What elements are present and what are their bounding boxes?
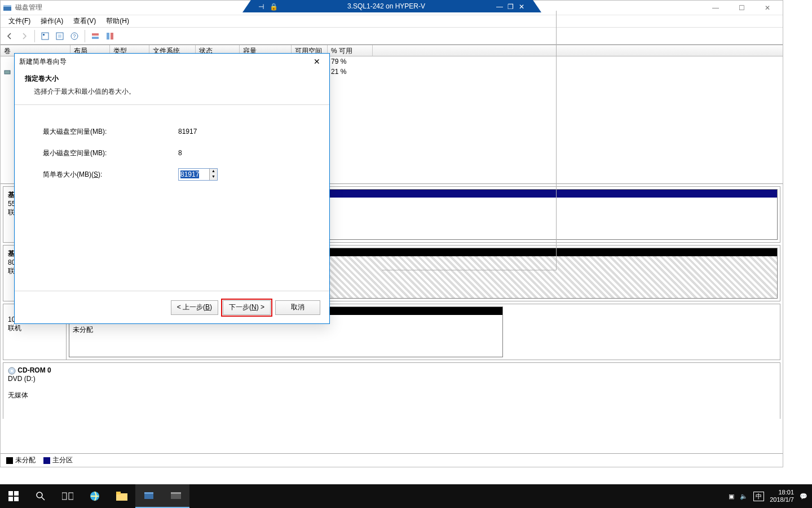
taskbar-server-manager[interactable] [135,484,162,508]
lock-icon[interactable]: 🔒 [270,3,276,10]
hyperv-connection-bar[interactable]: ⊣ 🔒 3.SQL1-242 on HYPER-V — ❐ ✕ [242,0,541,12]
svg-rect-9 [107,33,109,40]
hv-minimize-button[interactable]: — [496,3,503,10]
wizard-body: 最大磁盘空间量(MB): 81917 最小磁盘空间量(MB): 8 简单卷大小(… [15,105,329,185]
task-view-button[interactable] [54,484,81,508]
svg-rect-28 [171,492,181,494]
volume-size-input[interactable] [179,169,209,180]
max-disk-space-label: 最大磁盘空间量(MB): [43,127,178,137]
partition-status: 未分配 [73,326,93,334]
taskbar-disk-mgmt[interactable] [162,484,189,508]
col-pct[interactable]: % 可用 [328,45,373,56]
toolbar-btn-1[interactable] [38,29,52,43]
menu-file[interactable]: 文件(F) [4,15,35,27]
next-button[interactable]: 下一步(N) > [223,300,271,315]
wizard-footer: < 上一步(B) 下一步(N) > 取消 [15,291,329,323]
svg-rect-11 [5,71,10,74]
start-button[interactable] [0,484,27,508]
app-icon [3,3,12,12]
spin-down-button[interactable]: ▼ [209,174,217,180]
wizard-titlebar[interactable]: 新建简单卷向导 ✕ [15,54,329,69]
cdrom-status: 无媒体 [8,391,28,399]
cdrom-info[interactable]: CD-ROM 0 DVD (D:) 无媒体 [3,363,780,419]
svg-text:?: ? [73,33,76,39]
svg-rect-24 [116,492,121,494]
max-disk-space-value: 81917 [178,128,197,135]
svg-rect-2 [42,33,48,40]
volume-size-label: 简单卷大小(MB)(S): [43,170,178,179]
disk-status: 联机 [8,323,61,333]
svg-rect-26 [144,492,153,494]
svg-rect-17 [14,497,19,501]
legend-unallocated: 未分配 [15,456,36,464]
volume-size-spinner[interactable]: ▲ ▼ [178,168,218,181]
menu-view[interactable]: 查看(V) [69,15,100,27]
system-tray: ▣ 🔈 中 18:01 2018/1/7 💬 [729,489,812,503]
new-simple-volume-wizard: 新建简单卷向导 ✕ 指定卷大小 选择介于最大和最小值的卷大小。 最大磁盘空间量(… [14,53,330,324]
svg-rect-7 [92,33,99,36]
legend: 未分配 主分区 [1,453,783,467]
svg-rect-21 [69,493,73,500]
menu-help[interactable]: 帮助(H) [102,15,134,27]
maximize-button[interactable]: ☐ [729,1,754,15]
tray-notifications-icon[interactable]: 💬 [800,493,807,500]
toolbar-btn-4[interactable] [89,29,102,43]
search-button[interactable] [27,484,54,508]
min-disk-space-label: 最小磁盘空间量(MB): [43,148,178,158]
close-button[interactable]: ✕ [754,1,780,15]
svg-point-18 [37,492,42,498]
cell-pct: 79 % [328,57,373,66]
hyperv-title: 3.SQL1-242 on HYPER-V [276,2,496,10]
legend-swatch-unalloc [6,457,13,464]
min-disk-space-value: 8 [178,149,182,157]
tray-volume-icon[interactable]: 🔈 [740,493,748,500]
cdrom-0: CD-ROM 0 DVD (D:) 无媒体 [3,362,780,419]
refresh-button[interactable] [53,29,67,43]
tray-ime[interactable]: 中 [753,492,764,501]
tray-clock[interactable]: 18:01 2018/1/7 [770,489,794,503]
toolbar: ? [1,28,783,45]
taskbar: ▣ 🔈 中 18:01 2018/1/7 💬 [0,484,812,508]
svg-rect-1 [3,5,11,7]
help-button[interactable]: ? [68,29,81,43]
window-title: 磁盘管理 [15,3,42,12]
taskbar-explorer[interactable] [108,484,135,508]
wizard-title-text: 新建简单卷向导 [19,57,67,67]
svg-rect-3 [43,34,45,36]
svg-rect-20 [62,493,67,500]
toolbar-btn-5[interactable] [103,29,117,43]
tray-network-icon[interactable]: ▣ [729,493,734,500]
svg-rect-16 [8,497,13,501]
cancel-button[interactable]: 取消 [275,300,320,315]
legend-primary: 主分区 [52,456,73,464]
svg-line-19 [42,497,45,500]
wizard-header: 指定卷大小 选择介于最大和最小值的卷大小。 [15,69,329,104]
hv-close-button[interactable]: ✕ [519,3,526,10]
svg-point-13 [11,370,13,372]
pin-icon[interactable]: ⊣ [258,3,265,10]
menubar: 文件(F) 操作(A) 查看(V) 帮助(H) [1,15,783,28]
wizard-close-button[interactable]: ✕ [309,56,325,67]
cdrom-name: CD-ROM 0 [17,366,51,374]
forward-button[interactable] [17,29,31,43]
wizard-subheading: 选择介于最大和最小值的卷大小。 [34,87,319,97]
tray-time: 18:01 [770,489,794,496]
wizard-heading: 指定卷大小 [25,74,319,84]
svg-rect-8 [92,37,99,39]
back-button[interactable] [3,29,16,43]
menu-action[interactable]: 操作(A) [36,15,68,27]
cdrom-drive: DVD (D:) [8,375,36,383]
svg-rect-15 [14,491,19,496]
hv-restore-button[interactable]: ❐ [508,3,514,10]
minimize-button[interactable]: — [703,1,729,15]
legend-swatch-primary [43,457,50,464]
svg-rect-14 [8,491,13,496]
svg-rect-10 [111,33,113,40]
tray-date: 2018/1/7 [770,496,794,503]
taskbar-ie[interactable] [81,484,108,508]
spin-up-button[interactable]: ▲ [209,169,217,174]
cell-pct: 21 % [328,67,373,76]
back-button[interactable]: < 上一步(B) [171,300,218,315]
